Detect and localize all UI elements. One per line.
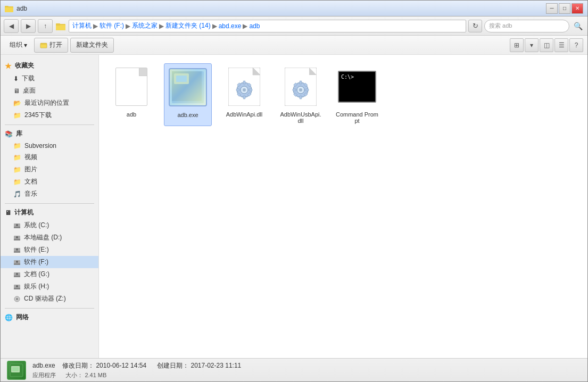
cmd-file-icon: C:\> <box>338 71 376 103</box>
sidebar-item-e[interactable]: 软件 (E:) <box>1 244 98 256</box>
file-label-cmd: Command Prompt <box>335 111 379 124</box>
file-area: adb <box>99 55 587 358</box>
divider-2 <box>5 203 94 204</box>
file-item-adbexe[interactable]: adb.exe <box>164 63 212 126</box>
folder-2345-icon: 📁 <box>13 112 21 119</box>
svg-rect-15 <box>14 251 20 253</box>
file-item-dll2[interactable]: AdbWinUsbApi.dll <box>277 63 325 126</box>
divider-1 <box>5 124 94 125</box>
sidebar-item-2345[interactable]: 📁 2345下载 <box>1 109 98 121</box>
svg-rect-39 <box>236 89 239 91</box>
drive-c-icon <box>13 222 21 229</box>
svg-rect-38 <box>243 96 245 99</box>
svg-rect-37 <box>243 81 245 84</box>
address-bar: ◀ ▶ ↑ 计算机 ▶ 软件 (F:) ▶ 系统之家 ▶ 新建文件夹 (14) … <box>1 16 587 36</box>
svg-point-16 <box>16 248 18 251</box>
sidebar-item-pictures[interactable]: 📁 图片 <box>1 163 98 176</box>
status-line1: adb.exe 修改日期： 2010-06-12 14:54 创建日期： 201… <box>32 361 241 370</box>
organize-button[interactable]: 组织 ▾ <box>5 38 32 53</box>
dll2-icon-container <box>279 65 322 108</box>
sidebar-item-video[interactable]: 📁 视频 <box>1 151 98 163</box>
computer-header[interactable]: 🖥 计算机 <box>1 206 98 219</box>
sidebar-item-music[interactable]: 🎵 音乐 <box>1 188 98 200</box>
path-current[interactable]: adb <box>249 22 260 30</box>
path-folder2[interactable]: 新建文件夹 (14) <box>165 21 211 30</box>
svg-point-22 <box>16 273 18 275</box>
window-title: adb <box>16 5 27 12</box>
open-icon <box>40 41 47 49</box>
search-button[interactable]: 🔍 <box>572 20 584 32</box>
help-button[interactable]: ? <box>569 38 583 52</box>
svg-point-13 <box>16 236 18 238</box>
file-item-adb[interactable]: adb <box>107 63 155 126</box>
library-header[interactable]: 📚 库 <box>1 127 98 140</box>
sidebar-item-d[interactable]: 本地磁盘 (D:) <box>1 231 98 244</box>
svg-point-49 <box>299 88 302 92</box>
svg-rect-52 <box>293 89 296 91</box>
title-bar: adb ─ □ ✕ <box>1 1 587 16</box>
file-item-dll1[interactable]: AdbWinApi.dll <box>220 63 268 126</box>
up-button[interactable]: ↑ <box>38 19 53 33</box>
drive-e-icon <box>13 246 21 254</box>
view-dropdown-button[interactable]: ▾ <box>525 38 539 52</box>
drive-f-icon <box>13 259 21 266</box>
svg-rect-24 <box>14 288 20 289</box>
sidebar-item-subversion[interactable]: 📁 Subversion <box>1 140 98 151</box>
drive-g-icon <box>13 271 21 278</box>
svg-rect-5 <box>56 23 60 26</box>
exe-inner-graphic <box>172 71 202 101</box>
sidebar-item-download[interactable]: ⬇ 下载 <box>1 72 98 85</box>
search-box[interactable]: 搜索 adb <box>484 20 569 32</box>
favorites-header[interactable]: ★ 收藏夹 <box>1 59 98 72</box>
documents-icon: 📁 <box>13 178 21 186</box>
drive-h-icon <box>13 283 21 290</box>
path-folder3[interactable]: abd.exe <box>219 22 242 30</box>
path-computer[interactable]: 计算机 <box>72 21 92 30</box>
path-folder1[interactable]: 系统之家 <box>132 21 158 30</box>
adb-icon-container <box>110 65 153 108</box>
drive-d-icon <box>13 234 21 242</box>
svg-rect-9 <box>14 227 20 228</box>
maximize-button[interactable]: □ <box>559 3 570 14</box>
refresh-button[interactable]: ↻ <box>468 20 482 32</box>
forward-button[interactable]: ▶ <box>21 19 36 33</box>
sidebar-item-c[interactable]: 系统 (C:) <box>1 219 98 231</box>
file-item-cmd[interactable]: C:\> Command Prompt <box>333 63 381 126</box>
close-button[interactable]: ✕ <box>572 3 583 14</box>
toolbar: 组织 ▾ 打开 新建文件夹 ⊞ ▾ ◫ ☰ ? <box>1 36 587 55</box>
preview-pane-button[interactable]: ◫ <box>540 38 553 52</box>
sidebar-item-h[interactable]: 娱乐 (H:) <box>1 280 98 293</box>
address-path[interactable]: 计算机 ▶ 软件 (F:) ▶ 系统之家 ▶ 新建文件夹 (14) ▶ abd.… <box>69 20 466 32</box>
view-controls: ⊞ ▾ ◫ ☰ ? <box>510 38 583 52</box>
library-section: 📚 库 📁 Subversion 📁 视频 📁 图片 📁 文档 🎵 音乐 <box>1 127 98 200</box>
dll2-file-icon <box>285 68 317 106</box>
adbexe-icon-container <box>167 66 209 109</box>
sidebar-item-g[interactable]: 文档 (G:) <box>1 268 98 280</box>
open-button[interactable]: 打开 <box>34 38 68 53</box>
sidebar-item-recent[interactable]: 📂 最近访问的位置 <box>1 97 98 109</box>
file-label-adb: adb <box>127 111 136 118</box>
sidebar-item-z[interactable]: CD 驱动器 (Z:) <box>1 293 98 305</box>
change-view-button[interactable]: ⊞ <box>510 38 524 52</box>
network-icon: 🌐 <box>5 314 13 321</box>
new-folder-button[interactable]: 新建文件夹 <box>70 38 114 53</box>
location-icon <box>55 20 67 32</box>
svg-point-27 <box>16 298 18 300</box>
adb-file-icon <box>115 68 147 106</box>
path-drive[interactable]: 软件 (F:) <box>100 21 124 30</box>
sidebar-item-documents[interactable]: 📁 文档 <box>1 176 98 188</box>
svg-rect-40 <box>249 89 252 91</box>
sidebar-item-f[interactable]: 软件 (F:) <box>1 256 98 268</box>
svg-rect-21 <box>14 276 20 277</box>
window-controls: ─ □ ✕ <box>546 3 583 14</box>
details-pane-button[interactable]: ☰ <box>554 38 568 52</box>
search-placeholder: 搜索 adb <box>489 22 512 30</box>
network-header[interactable]: 🌐 网络 <box>1 311 98 324</box>
svg-rect-4 <box>56 25 65 30</box>
computer-icon: 🖥 <box>5 209 11 217</box>
sidebar-item-desktop[interactable]: 🖥 桌面 <box>1 85 98 97</box>
back-button[interactable]: ◀ <box>4 19 19 33</box>
network-section: 🌐 网络 <box>1 311 98 324</box>
file-label-dll1: AdbWinApi.dll <box>226 111 262 118</box>
minimize-button[interactable]: ─ <box>546 3 558 14</box>
